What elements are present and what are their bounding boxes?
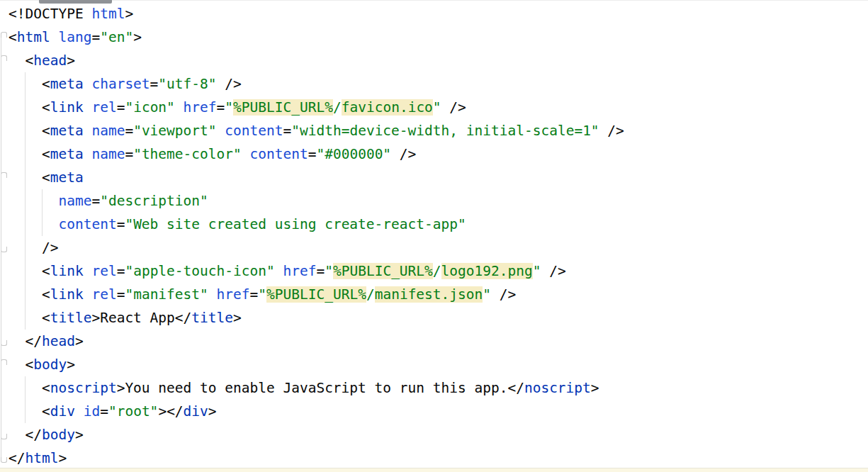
indent-guide: [25, 213, 26, 236]
code-line[interactable]: </body>: [0, 423, 868, 446]
code-token: link: [50, 263, 84, 279]
code-token: =: [91, 193, 100, 209]
indent-guide: [25, 142, 26, 166]
code-token: =: [117, 99, 125, 116]
code-token: =: [217, 99, 225, 116]
code-token: link: [50, 99, 84, 116]
indent-guide: [25, 283, 26, 306]
code-token: meta: [50, 169, 84, 186]
code-token: body: [42, 427, 75, 443]
code-token: [242, 146, 250, 162]
indent-guide: [25, 72, 26, 96]
code-line[interactable]: content="Web site created using create-r…: [0, 213, 868, 236]
fold-marker-end[interactable]: [1, 457, 7, 463]
code-token: <: [9, 356, 33, 373]
code-token: /: [366, 286, 375, 303]
code-token: <: [9, 29, 17, 45]
code-line[interactable]: <noscript>You need to enable JavaScript …: [0, 376, 868, 400]
code-token: "manifest": [125, 286, 208, 303]
code-token: body: [33, 356, 67, 373]
code-line[interactable]: <!DOCTYPE html>: [0, 2, 868, 26]
code-line[interactable]: <meta name="theme-color" content="#00000…: [0, 142, 868, 166]
code-token: ": [483, 286, 491, 303]
code-editor[interactable]: <!DOCTYPE html><html lang="en"> <head> <…: [0, 0, 868, 472]
code-token: name: [91, 123, 125, 139]
code-token: ": [258, 286, 266, 303]
code-token: >: [125, 6, 133, 22]
code-token: [84, 76, 92, 92]
template-var-highlight: favicon.ico: [342, 99, 433, 116]
code-token: html: [91, 6, 125, 22]
code-token: div: [184, 403, 208, 420]
fold-marker-start[interactable]: [1, 32, 7, 38]
code-token: lang: [58, 29, 91, 45]
code-line[interactable]: <link rel="apple-touch-icon" href="%PUBL…: [0, 259, 868, 283]
code-line[interactable]: <div id="root"></div>: [0, 400, 868, 423]
code-token: "root": [108, 403, 158, 420]
code-token: >: [67, 356, 75, 373]
code-token: >: [117, 380, 125, 396]
code-token: />: [441, 99, 466, 116]
code-line[interactable]: </head>: [0, 330, 868, 353]
code-token: title: [191, 310, 233, 326]
fold-marker-start[interactable]: [1, 359, 7, 365]
fold-marker-end[interactable]: [1, 434, 7, 439]
code-area[interactable]: <!DOCTYPE html><html lang="en"> <head> <…: [0, 2, 868, 470]
indent-guide: [42, 189, 43, 213]
code-line[interactable]: <meta charset="utf-8" />: [0, 72, 868, 96]
code-token: </: [9, 427, 42, 443]
code-token: [75, 403, 84, 420]
code-token: head: [33, 52, 67, 69]
code-line[interactable]: <link rel="manifest" href="%PUBLIC_URL%/…: [0, 283, 868, 306]
indent-guide: [42, 213, 43, 236]
code-line[interactable]: <html lang="en">: [0, 26, 868, 49]
code-token: >: [75, 333, 84, 349]
fold-region-line: [1, 38, 1, 457]
code-token: [9, 193, 58, 209]
code-token: >: [67, 52, 75, 69]
fold-marker-start[interactable]: [1, 55, 7, 61]
code-line[interactable]: <title>React App</title>: [0, 306, 868, 330]
code-token: >: [233, 310, 242, 326]
indent-guide: [25, 236, 26, 259]
code-line[interactable]: />: [0, 236, 868, 259]
code-line[interactable]: <link rel="icon" href="%PUBLIC_URL%/favi…: [0, 96, 868, 119]
code-token: link: [50, 286, 84, 303]
code-token: </: [507, 380, 524, 396]
code-token: "apple-touch-icon": [125, 263, 274, 279]
code-token: [84, 263, 92, 279]
folding-gutter: [0, 0, 9, 472]
code-token: "description": [100, 193, 208, 209]
code-token: [175, 99, 184, 116]
fold-marker-end[interactable]: [1, 340, 7, 346]
code-line[interactable]: <head>: [0, 49, 868, 72]
code-line[interactable]: </html>: [0, 446, 868, 470]
code-token: <: [9, 263, 50, 279]
code-line[interactable]: name="description": [0, 189, 868, 213]
code-line[interactable]: <body>: [0, 353, 868, 376]
code-token: rel: [91, 286, 116, 303]
code-token: <: [9, 146, 50, 162]
code-token: />: [391, 146, 416, 162]
code-token: <: [9, 76, 50, 92]
code-token: <: [9, 286, 50, 303]
fold-marker-start[interactable]: [1, 172, 7, 178]
code-token: ": [533, 263, 541, 279]
code-token: "icon": [125, 99, 174, 116]
code-token: content: [58, 216, 116, 232]
code-token: href: [184, 99, 217, 116]
code-token: div: [50, 403, 75, 420]
code-line[interactable]: <meta name="viewport" content="width=dev…: [0, 119, 868, 142]
code-line[interactable]: <meta: [0, 166, 868, 189]
fold-marker-end[interactable]: [1, 247, 7, 252]
code-token: [50, 29, 59, 45]
code-token: rel: [91, 263, 116, 279]
code-token: =: [125, 123, 133, 139]
code-token: meta: [50, 76, 84, 92]
template-var-highlight: %PUBLIC_URL%: [333, 263, 433, 279]
code-token: />: [9, 240, 58, 256]
code-token: <: [9, 123, 50, 139]
code-token: =: [117, 216, 125, 232]
code-token: ": [325, 263, 333, 279]
editor-top-divider: [0, 0, 868, 1]
